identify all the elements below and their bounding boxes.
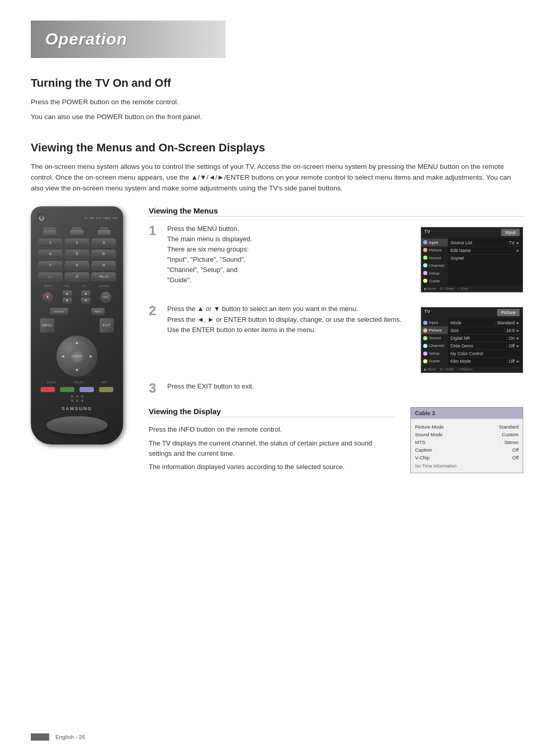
viewing-title: Viewing the Menus and On-Screen Displays [31, 141, 523, 154]
yellow-button[interactable] [99, 387, 113, 392]
display-row-vchip: V-Chip Off [415, 454, 519, 461]
mute-button[interactable]: 🔇 [43, 292, 53, 302]
ch-up-button[interactable]: ▲ [81, 290, 90, 297]
dot [81, 399, 84, 402]
menu-exit-row: MENU EXIT [36, 318, 118, 333]
btn-0[interactable]: 0 [65, 272, 89, 281]
btn-6[interactable]: 6 [91, 249, 116, 259]
sourcelist-value: : TV ► [507, 240, 520, 245]
dot [81, 395, 84, 398]
btn-dash[interactable]: — [38, 272, 63, 281]
vol-controls: ▲ ▼ [63, 290, 72, 304]
enter-button[interactable]: ENTER [70, 350, 84, 363]
sound-icon-2 [423, 336, 427, 340]
mode-value: : Standard ► [494, 320, 520, 325]
vol-up-button[interactable]: ▲ [63, 290, 72, 297]
step2-line2: Press the ◄, ► or ENTER button to displa… [167, 315, 412, 325]
mode-button[interactable] [97, 230, 111, 235]
mode-label: Mode [450, 320, 461, 325]
sidebar2-picture: Picture [421, 326, 448, 334]
nav-up-arrow[interactable]: ▲ [75, 340, 80, 345]
dot-row-2 [71, 399, 84, 402]
guide-icon-2 [423, 359, 427, 363]
channel-icon-2 [423, 344, 427, 348]
antenna-label: ANTENNA [43, 227, 56, 230]
size-value: : 16:9 ► [504, 328, 520, 333]
source-button[interactable]: SRC [100, 292, 111, 303]
step1-number: 1 [149, 224, 159, 237]
setup-icon [423, 271, 427, 275]
turning-para1: Press the POWER button on the remote con… [31, 97, 523, 108]
pic-row-dnr: Digital NR : On ► [450, 335, 520, 342]
red-button[interactable] [41, 387, 55, 392]
btn-2[interactable]: 2 [65, 238, 89, 247]
menu-row-anynet: Anynet [450, 255, 520, 262]
exit-button[interactable]: EXIT [100, 318, 114, 333]
vchip-value: Off [512, 455, 519, 460]
btn-4[interactable]: 4 [38, 249, 63, 259]
remote-dots [36, 395, 118, 402]
btn-9[interactable]: 9 [91, 261, 116, 270]
step1-block: 1 Press the MENU button. The main menu i… [149, 224, 412, 286]
footer2-enter: E□ Enter [440, 367, 454, 372]
btn-prech[interactable]: PRE-CH [91, 272, 116, 281]
dot [71, 399, 73, 402]
step2-line1: Press the ▲ or ▼ button to select an ite… [167, 304, 412, 314]
tv-menu-body: Input Picture Sound Channel [421, 238, 523, 286]
step1-line5: "Channel", "Setup", and [167, 265, 412, 275]
green-button[interactable] [60, 387, 74, 392]
nav-circle: ▲ ▼ ◄ ► ENTER [56, 336, 97, 377]
editname-label: Edit Name [450, 248, 471, 253]
tv-menu-input: TV Input Input Picture [421, 227, 523, 293]
active-tab-input: Input [501, 229, 520, 236]
tv-menu-titlebar: TV Input [421, 227, 523, 238]
fav-row: FAV.CH CH.LIST MTS [36, 381, 118, 384]
blue-button[interactable] [80, 387, 94, 392]
tv-label: TV [424, 229, 430, 236]
btn-8[interactable]: 8 [65, 261, 89, 270]
sidebar-channel: Channel [421, 262, 448, 269]
step3-line: Press the EXIT button to exit. [167, 381, 523, 392]
btn-5[interactable]: 5 [65, 249, 89, 259]
btn-7[interactable]: 7 [38, 261, 63, 270]
vol-down-button[interactable]: ▼ [63, 298, 72, 304]
main-content: TV STB VCR CABLE DVD ANTENNA PMODE [31, 206, 523, 474]
display-row-caption: Caption Off [415, 446, 519, 454]
remote-control: TV STB VCR CABLE DVD ANTENNA PMODE [31, 206, 123, 444]
nav-left-arrow[interactable]: ◄ [61, 354, 65, 359]
dnie-label: DNIe Demo [450, 343, 473, 348]
sidebar2-setup: Setup [421, 350, 448, 357]
display-channel: Cable 3 [411, 408, 523, 419]
step2-text: Press the ▲ or ▼ button to select an ite… [167, 304, 412, 335]
nav-right-arrow[interactable]: ► [89, 354, 93, 359]
special-labels-row: MUTE VOL CH SOURCE [36, 284, 118, 287]
sidebar-input: Input [421, 239, 448, 246]
power-button[interactable] [36, 212, 47, 224]
sidebar-setup: Setup [421, 269, 448, 277]
mode-label: MODE [97, 227, 111, 230]
anynet-button[interactable]: Anynet [50, 308, 68, 315]
nav-down-arrow[interactable]: ▼ [75, 367, 80, 373]
section-turning: Turning the TV On and Off Press the POWE… [31, 76, 523, 123]
source-stb: STB [89, 217, 94, 220]
tv-menu-picture-titlebar: TV Picture [421, 307, 523, 318]
display-section: Viewing the Display Press the INFO butto… [149, 407, 523, 473]
menu-button[interactable]: MENU [40, 318, 54, 333]
footer2-move: ◆ Move [424, 367, 436, 372]
ch-controls: ▲ ▼ [81, 290, 90, 304]
display-screen-body: Picture Mode Standard Sound Mode Custom … [411, 419, 523, 473]
btn-1[interactable]: 1 [38, 238, 63, 247]
pmode-button[interactable] [70, 230, 84, 235]
page-title: Operation [45, 30, 211, 49]
info-button[interactable]: INFO [91, 308, 105, 315]
ch-down-button[interactable]: ▼ [81, 298, 90, 304]
pic-row-filmmode: Film Mode : Off ► [450, 358, 520, 365]
dot [71, 395, 73, 398]
antenna-button[interactable] [43, 230, 56, 235]
btn-3[interactable]: 3 [91, 238, 116, 247]
step2-content: 2 Press the ▲ or ▼ button to select an i… [149, 304, 412, 345]
footer-text: English - 26 [55, 734, 85, 740]
picture-icon-2 [423, 328, 427, 333]
tv-menu-picture-body: Input Picture Sound Channel [421, 318, 523, 366]
display-text2: The TV displays the current channel, the… [149, 438, 395, 459]
